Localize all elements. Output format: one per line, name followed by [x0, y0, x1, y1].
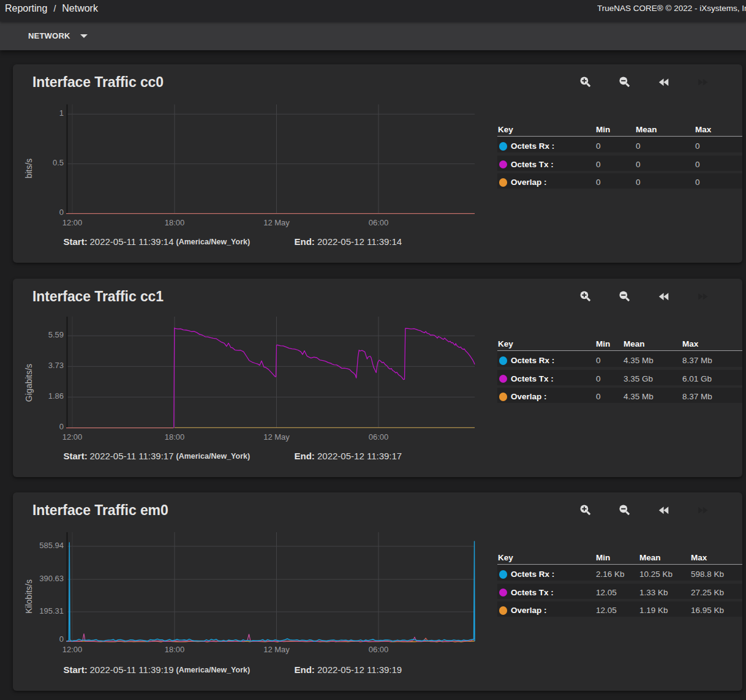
svg-text:585.94: 585.94 — [39, 541, 64, 550]
svg-text:18:00: 18:00 — [165, 645, 185, 654]
svg-text:18:00: 18:00 — [165, 218, 185, 227]
svg-text:12:00: 12:00 — [62, 218, 83, 227]
svg-text:12:00: 12:00 — [62, 432, 83, 442]
svg-text:0: 0 — [59, 208, 64, 217]
svg-text:0: 0 — [59, 422, 64, 431]
svg-text:12 May: 12 May — [263, 218, 290, 227]
svg-text:195.31: 195.31 — [39, 606, 64, 615]
svg-text:bits/s: bits/s — [24, 159, 34, 179]
svg-text:Gigabits/s: Gigabits/s — [24, 364, 34, 402]
svg-text:3.73: 3.73 — [48, 361, 64, 370]
svg-text:1.86: 1.86 — [48, 391, 64, 401]
svg-text:12 May: 12 May — [263, 645, 290, 654]
svg-text:18:00: 18:00 — [165, 432, 185, 442]
svg-text:06:00: 06:00 — [369, 218, 389, 227]
svg-text:390.63: 390.63 — [39, 574, 64, 583]
svg-text:06:00: 06:00 — [369, 645, 389, 654]
svg-text:0: 0 — [59, 634, 64, 644]
svg-text:12:00: 12:00 — [62, 645, 83, 654]
svg-text:1: 1 — [59, 108, 64, 118]
svg-text:5.59: 5.59 — [48, 330, 64, 339]
svg-text:06:00: 06:00 — [369, 432, 389, 442]
svg-text:12 May: 12 May — [263, 432, 290, 442]
svg-text:0.5: 0.5 — [53, 158, 64, 167]
svg-text:Kilobits/s: Kilobits/s — [24, 579, 34, 614]
